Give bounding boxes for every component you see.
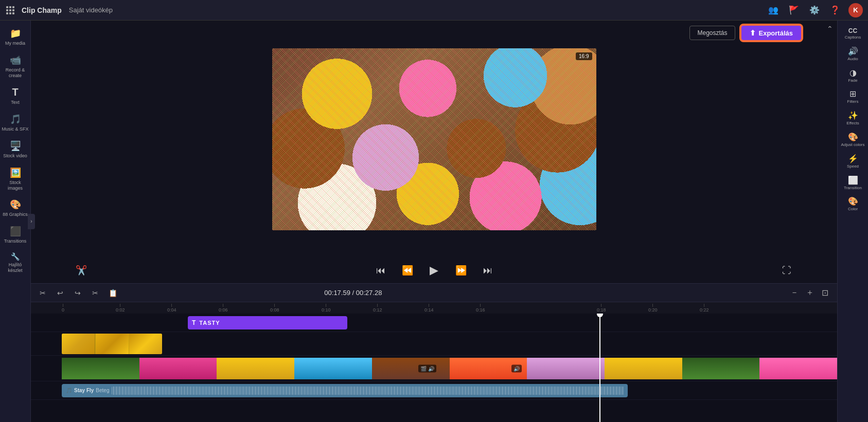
filters-icon: ⊞ (849, 89, 856, 99)
sidebar-item-text-label: Text (11, 100, 20, 105)
zoom-fit-btn[interactable]: ⊡ (819, 286, 832, 300)
app-name: Clip Champ (22, 6, 62, 14)
right-sidebar-color-label: Color (848, 207, 858, 212)
right-sidebar-item-fade[interactable]: ◑ Fade (839, 65, 867, 86)
stock-video-icon: 🖥️ (10, 140, 21, 152)
right-sidebar-item-speed[interactable]: ⚡ Speed (839, 151, 867, 172)
people-icon-btn[interactable]: 👥 (766, 3, 781, 17)
right-sidebar-filters-label: Filters (847, 100, 859, 104)
sidebar-item-record-create[interactable]: 📹 Record & create (1, 51, 30, 82)
donut-seg-9 (682, 358, 760, 379)
right-sidebar-item-captions[interactable]: CC Captions (839, 25, 867, 43)
zoom-out-btn[interactable]: － (788, 286, 801, 300)
flag-icon-btn[interactable]: 🚩 (787, 3, 801, 17)
sidebar-item-hajlito[interactable]: 🔧 Hajlító készlet (1, 249, 30, 277)
sidebar-expand-arrow[interactable]: › (28, 214, 35, 229)
record-create-icon: 📹 (10, 54, 21, 66)
video-thumb-1 (62, 334, 95, 354)
sidebar-item-text[interactable]: T Text (1, 83, 30, 108)
timeline-collapse-btn[interactable]: ⌃ (827, 25, 833, 33)
video-canvas (272, 48, 596, 230)
aspect-ratio-badge: 16:9 (576, 52, 592, 60)
right-sidebar-item-transition[interactable]: ⬜ Transition (839, 173, 867, 193)
ruler-mark-022: 0:22 (700, 304, 709, 313)
title-clip-t-icon: T (192, 319, 196, 326)
timeline-undo-btn[interactable]: ↩ (54, 286, 67, 300)
title-track-row: T TASTY (31, 314, 837, 332)
text-icon: T (12, 86, 18, 98)
sidebar-item-transitions[interactable]: ⬛ Transitions (1, 223, 30, 247)
sidebar-item-transitions-label: Transitions (4, 238, 27, 244)
help-icon-btn[interactable]: ❓ (828, 3, 842, 17)
settings-icon-btn[interactable]: ⚙️ (807, 3, 822, 17)
skip-forward-button[interactable]: ⏭ (479, 261, 497, 280)
fullscreen-button[interactable]: ⛶ (777, 261, 796, 280)
right-sidebar-item-adjust-colors[interactable]: 🎨 Adjust colors (839, 130, 867, 150)
stock-images-icon: 🖼️ (10, 167, 21, 178)
sidebar-item-stock-video[interactable]: 🖥️ Stock video (1, 137, 30, 162)
audio-track-clip[interactable]: 🎵 Stay Fly Beteg (62, 384, 628, 397)
sidebar-item-stock-images[interactable]: 🖼️ Stock images (1, 164, 30, 194)
timeline-redo-btn[interactable]: ↪ (71, 286, 84, 300)
sidebar-item-music-sfx[interactable]: 🎵 Music & SFX (1, 111, 30, 135)
donut-seg-8 (605, 358, 682, 379)
video-preview: 16:9 (272, 48, 596, 230)
right-sidebar-item-effects[interactable]: ✨ Effects (839, 108, 867, 129)
timeline-zoom-controls: － ＋ ⊡ (788, 286, 832, 300)
playhead[interactable] (599, 314, 600, 422)
audio-waveform (112, 387, 624, 395)
sidebar-item-graphics-label: 88 Graphics (3, 212, 28, 217)
timeline-scissors-btn[interactable]: ✂ (88, 286, 102, 300)
sidebar-item-record-create-label: Record & create (2, 67, 29, 79)
sidebar-item-graphics[interactable]: 🎨 88 Graphics (1, 196, 30, 221)
donut-seg-4 (294, 358, 372, 379)
ruler-mark-016: 0:16 (476, 304, 485, 313)
crop-button[interactable]: ✂️ (72, 261, 91, 280)
right-sidebar-fade-label: Fade (848, 79, 857, 83)
captions-icon: CC (848, 27, 857, 34)
fade-icon: ◑ (849, 68, 857, 78)
ruler-mark-020: 0:20 (648, 304, 658, 313)
transition-icon: ⬜ (848, 175, 858, 185)
hajlito-icon: 🔧 (11, 252, 20, 261)
donut-seg-3 (217, 358, 294, 379)
sidebar-item-my-media[interactable]: 📁 My media (1, 25, 30, 49)
rewind-button[interactable]: ⏪ (398, 261, 417, 280)
play-button[interactable]: ▶ (425, 261, 444, 280)
timeline-cut-tool[interactable]: ✂ (36, 286, 49, 300)
sidebar-item-music-sfx-label: Music & SFX (2, 126, 29, 132)
clip-audio-overlay: 🔊 (511, 364, 522, 372)
main-video-strip[interactable]: 🎬 🔊 🔊 (62, 358, 837, 379)
skip-back-button[interactable]: ⏮ (371, 261, 390, 280)
transitions-icon: ⬛ (10, 226, 21, 237)
forward-button[interactable]: ⏩ (452, 261, 470, 280)
donut-seg-1 (62, 358, 139, 379)
topbar: Clip Champ Saját videókép 👥 🚩 ⚙️ ❓ K (0, 0, 868, 21)
player-controls: ✂️ ⏮ ⏪ ▶ ⏩ ⏭ ⛶ (31, 258, 837, 283)
timeline-copy-btn[interactable]: 📋 (106, 286, 119, 300)
video-thumb-3 (129, 334, 162, 354)
app-grid-icon[interactable] (5, 5, 15, 15)
right-sidebar-transition-label: Transition (844, 186, 862, 191)
audio-note-icon: 🎵 (66, 388, 72, 393)
ruler-mark-006: 0:06 (219, 304, 228, 313)
ruler-mark-008: 0:08 (270, 304, 279, 313)
video-thumbnail-strip[interactable] (62, 334, 162, 354)
audio-track-name: Stay Fly (74, 388, 94, 393)
donut-seg-2 (139, 358, 217, 379)
my-media-icon: 📁 (10, 28, 21, 39)
donut-seg-5 (372, 358, 450, 379)
ruler-mark-012: 0:12 (373, 304, 382, 313)
ruler-marks-container: 0 0:02 0:04 0:06 0:08 0:10 0:12 0:14 0:1… (31, 302, 837, 314)
clip-icon-overlay: 🎬 🔊 (418, 364, 436, 372)
left-sidebar: 📁 My media 📹 Record & create T Text 🎵 Mu… (0, 21, 31, 422)
right-sidebar-item-color[interactable]: 🎨 Color (839, 194, 867, 214)
title-track-clip[interactable]: T TASTY (188, 316, 347, 329)
right-sidebar-item-audio[interactable]: 🔊 Audio (839, 44, 867, 64)
sidebar-item-stock-video-label: Stock video (3, 153, 27, 159)
timeline-time-display: 00:17.59 / 00:27.28 (324, 289, 382, 297)
avatar[interactable]: K (848, 3, 863, 17)
right-sidebar-item-filters[interactable]: ⊞ Filters (839, 86, 867, 107)
zoom-in-btn[interactable]: ＋ (803, 286, 817, 300)
color-icon: 🎨 (848, 196, 858, 206)
